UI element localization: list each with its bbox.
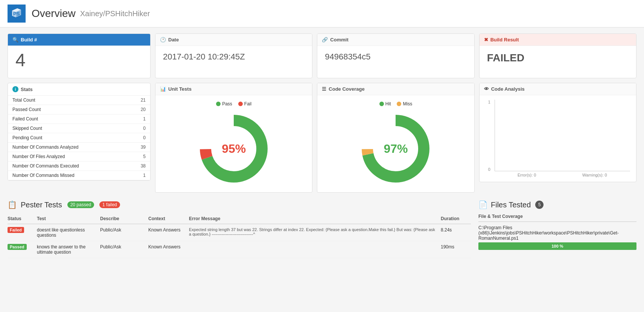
table-row: Number Of Commands Executed38 — [8, 161, 150, 171]
bottom-row: 📋 Pester Tests 20 passed 1 failed Status… — [8, 200, 636, 258]
fail-label: Fail — [244, 101, 251, 107]
header: PS Overview Xainey/PSHitchHiker — [0, 0, 644, 27]
table-row: Pending Count0 — [8, 133, 150, 143]
files-list: C:\Program Files (x86)\Jenkins\jobs\PSHi… — [478, 225, 636, 250]
code-coverage-percent: 97% — [384, 142, 408, 156]
link-icon: 🔗 — [322, 37, 328, 43]
table-row: Total Count21 — [8, 96, 150, 105]
miss-legend: Miss — [397, 101, 412, 107]
stat-value: 5 — [128, 152, 150, 161]
app-logo: PS — [8, 5, 26, 23]
row-duration: 8.24s — [441, 227, 471, 233]
svg-text:PS: PS — [13, 11, 20, 17]
list-item: C:\Program Files (x86)\Jenkins\jobs\PSHi… — [478, 225, 636, 250]
top-cards-row: 🔍 Build # 4 🕐 Date 2017-01-20 10:29:45Z … — [8, 33, 636, 78]
stat-value: 1 — [128, 171, 150, 180]
pass-label: Pass — [222, 101, 232, 107]
commit-card-body: 94968354c5 — [317, 46, 474, 68]
date-card: 🕐 Date 2017-01-20 10:29:45Z — [155, 33, 312, 78]
date-card-label: Date — [168, 37, 179, 43]
stat-label: Pending Count — [8, 133, 128, 143]
date-card-header: 🕐 Date — [155, 34, 312, 46]
stats-label: Stats — [21, 87, 33, 92]
commit-card-header: 🔗 Commit — [317, 34, 474, 46]
stat-label: Failed Count — [8, 114, 128, 124]
clock-icon: 🕐 — [160, 37, 166, 43]
table-row: Passed knows the answer to the ultimate … — [8, 241, 471, 258]
page-subtitle: Xainey/PSHitchHiker — [80, 9, 150, 18]
row-context: Known Answers — [148, 227, 186, 233]
commit-value: 94968354c5 — [325, 52, 466, 62]
stat-label: Total Count — [8, 96, 128, 105]
pester-tests-section: 📋 Pester Tests 20 passed 1 failed Status… — [8, 200, 471, 258]
powershell-logo-icon: PS — [11, 8, 23, 20]
file-path: C:\Program Files (x86)\Jenkins\jobs\PSHi… — [478, 225, 636, 241]
table-row: Number Of Commands Analyzed39 — [8, 143, 150, 152]
files-icon: 📄 — [478, 200, 488, 209]
info-icon: i — [12, 86, 18, 92]
row-test: doesnt like questionless questions — [37, 227, 97, 238]
row-status: Failed — [8, 227, 34, 233]
row-describe: Public/Ask — [100, 244, 145, 250]
build-card-header: 🔍 Build # — [8, 34, 150, 46]
pass-legend: Pass — [216, 101, 232, 107]
pester-table-rows: Failed doesnt like questionless question… — [8, 224, 471, 258]
pester-tests-label: Pester Tests — [21, 201, 62, 209]
table-row: Passed Count20 — [8, 105, 150, 114]
build-result-card: ✖ Build Result FAILED — [479, 33, 636, 78]
build-card-label: Build # — [21, 37, 37, 43]
files-tested-label: Files Tested — [491, 201, 531, 209]
pass-dot — [216, 102, 221, 106]
errors-label: Error(s): 0 — [518, 173, 536, 177]
hit-label: Hit — [385, 101, 391, 107]
fail-legend: Fail — [238, 101, 251, 107]
stat-label: Passed Count — [8, 105, 128, 114]
build-result-card-body: FAILED — [480, 46, 636, 70]
col-duration: Duration — [441, 216, 471, 221]
code-analysis-card: 👁 Code Analysis 1 0 Error(s): 0 Warning(… — [479, 83, 636, 182]
y-max-label: 1 — [488, 100, 490, 104]
table-row: Skipped Count0 — [8, 124, 150, 133]
unit-tests-header: 📊 Unit Tests — [155, 83, 312, 95]
col-test: Test — [37, 216, 97, 221]
col-status: Status — [8, 216, 34, 221]
date-value: 2017-01-20 10:29:45Z — [163, 52, 304, 62]
bar-chart-area: 1 0 — [495, 100, 630, 171]
warnings-label: Warning(s): 0 — [582, 173, 607, 177]
unit-tests-chart: Pass Fail 95% — [155, 95, 312, 192]
stat-label: Skipped Count — [8, 124, 128, 133]
pester-tests-title: 📋 Pester Tests 20 passed 1 failed — [8, 200, 471, 209]
stat-value: 0 — [128, 124, 150, 133]
page-title: Overview — [32, 8, 76, 20]
miss-label: Miss — [403, 101, 412, 107]
col-context: Context — [148, 216, 186, 221]
row-duration: 190ms — [441, 244, 471, 250]
date-card-body: 2017-01-20 10:29:45Z — [155, 46, 312, 68]
table-row: Number Of Files Analyzed5 — [8, 152, 150, 161]
stat-label: Number Of Commands Missed — [8, 171, 128, 180]
list-icon: ☰ — [322, 86, 326, 92]
file-test-icon: 📋 — [8, 200, 17, 209]
failed-badge: 1 failed — [99, 201, 120, 208]
miss-dot — [397, 102, 401, 106]
code-analysis-header: 👁 Code Analysis — [480, 83, 636, 95]
files-count-badge: 5 — [535, 201, 544, 209]
col-error: Error Message — [189, 216, 438, 221]
chart-icon: 📊 — [160, 86, 166, 92]
code-coverage-label: Code Coverage — [329, 86, 364, 92]
file-coverage-header: File & Test Coverage — [478, 214, 636, 222]
bar-chart-labels: Error(s): 0 Warning(s): 0 — [486, 173, 630, 177]
commit-card-label: Commit — [330, 37, 348, 43]
build-card: 🔍 Build # 4 — [8, 33, 151, 78]
hit-dot — [379, 102, 384, 106]
y-min-label: 0 — [488, 167, 490, 172]
code-analysis-body: 1 0 Error(s): 0 Warning(s): 0 — [480, 95, 636, 182]
unit-tests-card: 📊 Unit Tests Pass Fail — [155, 83, 312, 193]
build-result-value: FAILED — [487, 52, 629, 64]
stat-value: 0 — [128, 133, 150, 143]
hit-legend: Hit — [379, 101, 391, 107]
code-analysis-label: Code Analysis — [491, 86, 525, 92]
stats-table: Total Count21Passed Count20Failed Count1… — [8, 96, 150, 180]
build-result-label: Build Result — [490, 37, 519, 43]
row-status: Passed — [8, 244, 34, 250]
